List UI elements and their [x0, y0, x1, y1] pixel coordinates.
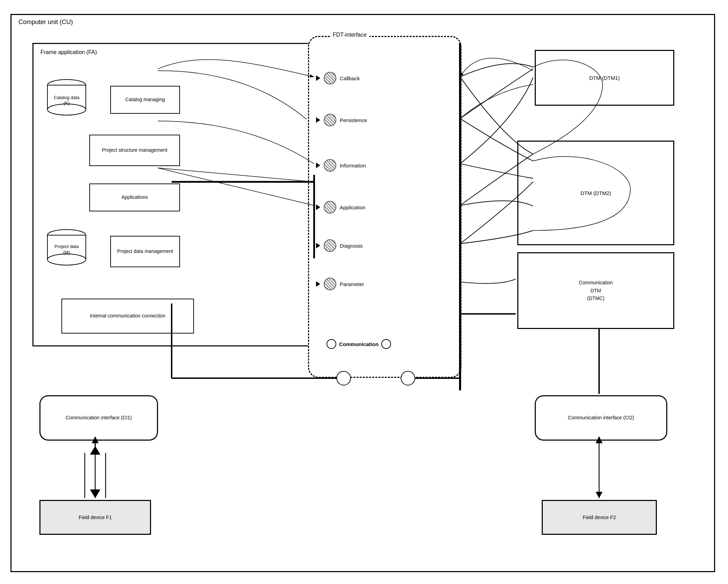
catalog-data: Catalog data (K)	[44, 79, 89, 118]
persistence-arrow	[316, 117, 320, 123]
project-data: Project data (M)	[44, 229, 89, 268]
fdt-interface-box: FDT-interface Callback Persistence Infor…	[308, 36, 461, 378]
frame-application-box: Frame application (FA) Catalog data (K) …	[32, 43, 318, 346]
svg-marker-31	[595, 492, 602, 498]
fdt-label: FDT-interface	[330, 32, 369, 38]
parameter-arrow	[316, 281, 320, 287]
diagnosis-label: Diagnosis	[340, 243, 363, 249]
svg-marker-28	[92, 492, 99, 498]
svg-point-7	[47, 254, 86, 265]
applications-box: Applications	[89, 184, 180, 211]
application-icon	[324, 201, 336, 214]
fdt-application: Application	[316, 201, 365, 214]
fa-label: Frame application (FA)	[40, 49, 97, 55]
parameter-label: Parameter	[340, 281, 364, 287]
fdt-callback: Callback	[316, 72, 360, 84]
persistence-icon	[324, 114, 336, 126]
svg-marker-24	[90, 446, 100, 455]
ci1-box: Communication interface (CI1)	[39, 395, 158, 441]
fdt-diagnosis: Diagnosis	[316, 239, 363, 252]
fdt-parameter: Parameter	[316, 278, 364, 290]
diagnosis-icon	[324, 239, 336, 252]
svg-text:Project data: Project data	[54, 244, 79, 249]
information-label: Information	[340, 163, 366, 169]
comm-circle-left	[327, 339, 336, 349]
diagnosis-arrow	[316, 243, 320, 248]
svg-text:(M): (M)	[63, 250, 70, 255]
communication-label: Communication	[339, 341, 378, 347]
information-arrow	[316, 163, 320, 168]
callback-icon	[324, 72, 336, 84]
fdt-persistence: Persistence	[316, 114, 367, 126]
field-device-f2: Field device F2	[542, 500, 657, 535]
svg-marker-25	[90, 489, 100, 498]
persistence-label: Persistence	[340, 117, 367, 123]
field-device-f1: Field device F1	[39, 500, 151, 535]
computer-unit: Computer unit (CU) Frame application (FA…	[10, 14, 715, 572]
comm-dtm-box: Communication DTM (DTMC)	[517, 252, 674, 329]
dtm2-box: DTM (DTM2)	[517, 141, 674, 245]
parameter-icon	[324, 278, 336, 290]
ci2-box: Communication interface (CI2)	[535, 395, 667, 441]
svg-text:(K): (K)	[63, 100, 69, 106]
catalog-managing-box: Catalog managing	[110, 86, 180, 114]
project-data-mgmt-box: Project data management	[110, 236, 180, 267]
comm-circle-right	[381, 339, 391, 349]
information-icon	[324, 159, 336, 172]
cu-label: Computer unit (CU)	[18, 18, 73, 26]
icc-box: Internal communication connection	[61, 299, 194, 334]
callback-arrow	[316, 75, 320, 81]
svg-text:Catalog data: Catalog data	[54, 95, 80, 100]
dtm1-box: DTM (DTM1)	[535, 50, 674, 106]
application-label: Application	[340, 204, 365, 210]
project-structure-box: Project structure management	[89, 135, 180, 166]
application-arrow	[316, 204, 320, 210]
callback-label: Callback	[340, 75, 360, 81]
fdt-information: Information	[316, 159, 366, 172]
fdt-communication: Communication	[327, 339, 391, 349]
